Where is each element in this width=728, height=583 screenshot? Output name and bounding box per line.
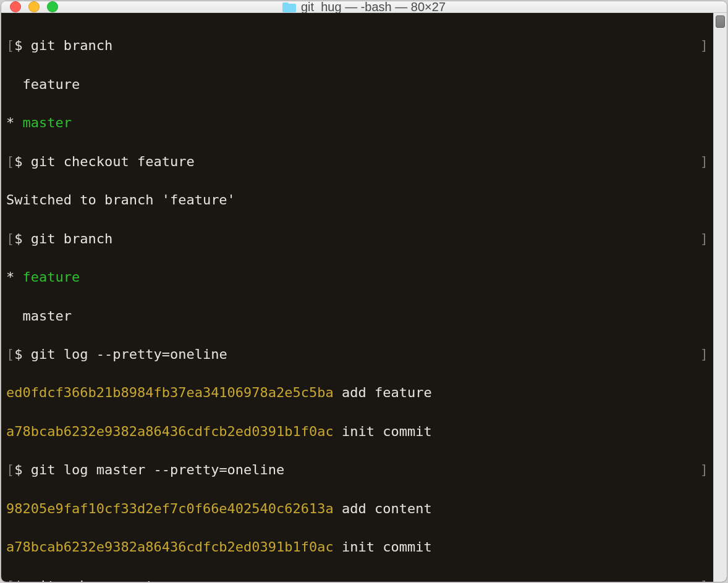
scrollbar[interactable]: [713, 13, 727, 582]
traffic-lights: [10, 1, 58, 12]
log-line: 98205e9faf10cf33d2ef7c0f66e402540c62613a…: [6, 499, 708, 518]
commit-msg: add content: [334, 501, 432, 516]
log-line: ed0fdcf366b21b8984fb37ea34106978a2e5c5ba…: [6, 383, 708, 402]
command-text: $ git branch: [14, 36, 112, 55]
close-button[interactable]: [10, 1, 21, 12]
commit-msg: init commit: [334, 424, 432, 439]
output-line: * master: [6, 113, 708, 132]
prompt-line: [$ git rebase master]: [6, 576, 708, 582]
terminal-window: git_hug — -bash — 80×27 [$ git branch] f…: [1, 1, 727, 582]
current-branch: feature: [23, 269, 80, 285]
window-title: git_hug — -bash — 80×27: [1, 1, 727, 14]
prompt-line: [$ git branch]: [6, 229, 708, 248]
scroll-thumb[interactable]: [716, 15, 725, 28]
bracket-left: [: [6, 36, 14, 55]
output-line: * feature: [6, 267, 708, 287]
zoom-button[interactable]: [47, 1, 58, 12]
bracket-right: ]: [700, 36, 708, 55]
terminal-output[interactable]: [$ git branch] feature * master [$ git c…: [1, 13, 713, 582]
minimize-button[interactable]: [28, 1, 40, 12]
window-title-text: git_hug — -bash — 80×27: [301, 1, 446, 14]
terminal-body: [$ git branch] feature * master [$ git c…: [1, 13, 727, 582]
output-line: Switched to branch 'feature': [6, 190, 708, 209]
prompt-line: [$ git checkout feature]: [6, 152, 708, 171]
log-line: a78bcab6232e9382a86436cdfcb2ed0391b1f0ac…: [6, 537, 708, 556]
folder-icon: [282, 1, 296, 12]
current-branch: master: [23, 115, 72, 130]
commit-hash: a78bcab6232e9382a86436cdfcb2ed0391b1f0ac: [6, 424, 334, 439]
prompt-line: [$ git log master --pretty=oneline]: [6, 460, 708, 479]
prompt-line: [$ git log --pretty=oneline]: [6, 345, 708, 364]
log-line: a78bcab6232e9382a86436cdfcb2ed0391b1f0ac…: [6, 422, 708, 441]
output-line: feature: [6, 75, 708, 94]
commit-hash: a78bcab6232e9382a86436cdfcb2ed0391b1f0ac: [6, 539, 334, 555]
commit-hash: 98205e9faf10cf33d2ef7c0f66e402540c62613a: [6, 501, 334, 516]
prompt-line: [$ git branch]: [6, 36, 708, 55]
commit-hash: ed0fdcf366b21b8984fb37ea34106978a2e5c5ba: [6, 385, 334, 400]
output-line: master: [6, 306, 708, 325]
titlebar: git_hug — -bash — 80×27: [1, 1, 727, 13]
commit-msg: init commit: [334, 539, 432, 555]
commit-msg: add feature: [334, 385, 432, 400]
